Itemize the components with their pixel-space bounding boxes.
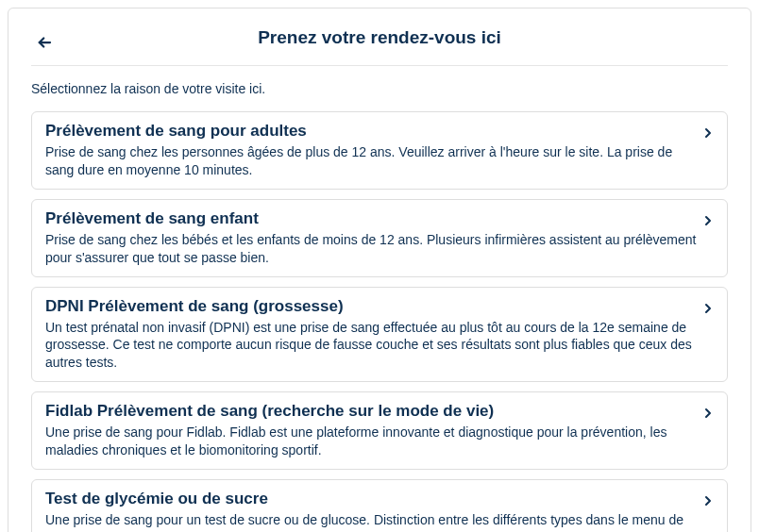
option-title: Fidlab Prélèvement de sang (recherche su… [45,402,714,421]
header: Prenez votre rendez-vous ici [31,27,728,66]
option-card[interactable]: Prélèvement de sang pour adultesPrise de… [31,111,728,190]
instruction-text: Sélectionnez la raison de votre visite i… [31,81,728,96]
chevron-right-icon [700,493,716,512]
option-card[interactable]: DPNI Prélèvement de sang (grossesse)Un t… [31,287,728,383]
option-title: DPNI Prélèvement de sang (grossesse) [45,297,714,316]
back-button[interactable] [31,29,58,56]
options-list: Prélèvement de sang pour adultesPrise de… [31,111,728,532]
option-card[interactable]: Test de glycémie ou de sucreUne prise de… [31,479,728,532]
option-title: Prélèvement de sang pour adultes [45,122,714,141]
chevron-right-icon [700,406,716,424]
arrow-left-icon [36,34,53,51]
option-desc: Une prise de sang pour un test de sucre … [45,511,714,532]
page-title: Prenez votre rendez-vous ici [31,27,728,48]
chevron-right-icon [700,213,716,232]
option-desc: Une prise de sang pour Fidlab. Fidlab es… [45,424,714,459]
option-title: Test de glycémie ou de sucre [45,490,714,508]
booking-panel: Prenez votre rendez-vous ici Sélectionne… [8,8,751,532]
chevron-right-icon [700,125,716,144]
option-card[interactable]: Prélèvement de sang enfantPrise de sang … [31,199,728,277]
option-desc: Prise de sang chez les personnes âgées d… [45,143,714,179]
option-card[interactable]: Fidlab Prélèvement de sang (recherche su… [31,391,728,470]
chevron-right-icon [700,301,716,320]
option-title: Prélèvement de sang enfant [45,209,714,228]
option-desc: Un test prénatal non invasif (DPNI) est … [45,319,714,373]
option-desc: Prise de sang chez les bébés et les enfa… [45,231,714,267]
